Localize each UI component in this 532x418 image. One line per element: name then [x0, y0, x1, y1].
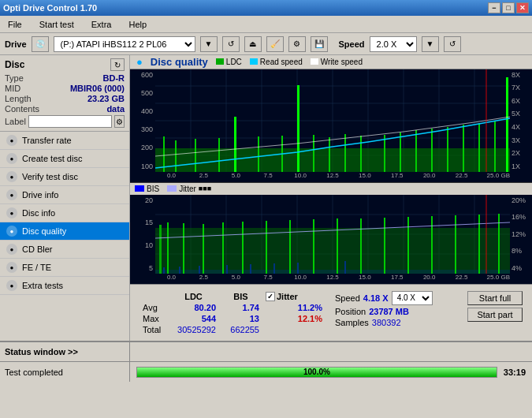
sidebar-item-label: Extra tests	[22, 281, 63, 290]
sidebar-item-verify-test-disc[interactable]: ● Verify test disc	[0, 168, 129, 186]
svg-rect-42	[506, 77, 508, 172]
avg-jitter: 11.2%	[262, 302, 326, 313]
total-jitter	[262, 324, 326, 335]
samples-value: 380392	[372, 318, 401, 327]
sidebar-item-label: Create test disc	[22, 154, 82, 163]
mid-label: MID	[5, 84, 20, 93]
write-speed-color	[311, 58, 318, 65]
bis-label: BIS	[147, 185, 159, 193]
drive-arrow-btn[interactable]: ▼	[200, 36, 218, 52]
svg-rect-24	[195, 139, 196, 172]
col-empty	[140, 291, 168, 302]
svg-rect-80	[407, 217, 409, 274]
sidebar-item-cd-bler[interactable]: ● CD Bler	[0, 241, 129, 259]
disc-refresh-btn[interactable]: ↻	[110, 58, 125, 71]
jitter-label: Jitter	[179, 185, 196, 193]
sidebar-item-create-test-disc[interactable]: ● Create test disc	[0, 150, 129, 168]
sidebar-item-label: Verify test disc	[22, 172, 78, 181]
test-completed-label: Test completed	[0, 362, 130, 382]
sidebar-item-transfer-rate[interactable]: ● Transfer rate	[0, 132, 129, 150]
type-label: Type	[5, 73, 24, 83]
sidebar-item-drive-info[interactable]: ● Drive info	[0, 186, 129, 204]
svg-rect-32	[344, 134, 346, 172]
svg-rect-76	[313, 219, 314, 274]
progress-bar: 100.0%	[136, 367, 497, 378]
sidebar-item-label: Disc info	[22, 208, 55, 218]
chart-header: ● Disc quality LDC Read speed Write spee…	[130, 55, 532, 69]
sidebar-item-label: Disc quality	[22, 226, 66, 236]
maximize-btn[interactable]: □	[502, 2, 515, 13]
speed-arrow-btn[interactable]: ▼	[422, 36, 439, 52]
write-speed-label: Write speed	[321, 58, 363, 66]
svg-rect-35	[400, 132, 401, 172]
status-window-btn[interactable]: Status window >>	[0, 342, 130, 361]
max-label: Max	[140, 313, 168, 324]
label-input[interactable]	[28, 115, 112, 128]
svg-rect-30	[313, 135, 314, 172]
start-part-btn[interactable]: Start part	[467, 308, 523, 322]
speed-select[interactable]: 2.0 X	[370, 36, 417, 52]
col-bis: BIS	[219, 291, 262, 302]
transfer-rate-icon: ●	[6, 135, 17, 146]
sidebar-item-fe-te[interactable]: ● FE / TE	[0, 259, 129, 277]
drive-settings-btn[interactable]: ⚙	[288, 36, 306, 52]
svg-rect-82	[455, 215, 456, 274]
top-y-axis: 600 500 400 300 200 100	[130, 69, 155, 172]
action-buttons: Start full Start part	[467, 291, 523, 322]
speed-dropdown[interactable]: 4.0 X	[392, 291, 433, 305]
label-settings-btn[interactable]: ⚙	[114, 115, 125, 128]
bis-color	[135, 185, 144, 192]
stats-row-max: Max 544 13 12.1%	[140, 313, 326, 324]
col-ldc: LDC	[168, 291, 219, 302]
ldc-label: LDC	[226, 58, 242, 66]
drive-clear-btn[interactable]: 🧹	[266, 36, 284, 52]
minimize-btn[interactable]: −	[488, 2, 500, 13]
max-bis: 13	[219, 313, 262, 324]
speed-avg-value: 4.18 X	[363, 293, 389, 303]
sidebar-item-extra-tests[interactable]: ● Extra tests	[0, 277, 129, 295]
drive-label: Drive	[5, 39, 27, 49]
read-speed-label: Read speed	[260, 58, 303, 66]
status-bar: Status window >>	[0, 341, 532, 361]
drive-select[interactable]: (P:) ATAPI iHBS112 2 PL06	[54, 36, 195, 52]
sidebar-item-disc-quality[interactable]: ● Disc quality	[0, 222, 129, 241]
chart-title: Disc quality	[151, 56, 208, 68]
menu-help[interactable]: Help	[124, 18, 151, 31]
ldc-color	[216, 58, 224, 65]
legend-bis: BIS	[135, 185, 159, 193]
svg-rect-68	[159, 225, 162, 274]
svg-rect-72	[222, 222, 224, 274]
svg-rect-67	[155, 228, 510, 274]
disc-info-icon: ●	[6, 207, 17, 218]
drive-refresh-btn[interactable]: ↺	[222, 36, 240, 52]
sidebar-item-disc-info[interactable]: ● Disc info	[0, 204, 129, 222]
progress-text: 100.0%	[137, 368, 497, 377]
jitter-checkbox[interactable]: ✓	[266, 292, 275, 301]
bottom-chart-section: BIS Jitter ■■■ 20 15 10 5	[130, 183, 532, 284]
title-text: Opti Drive Control 1.70	[3, 3, 97, 13]
drive-info-icon: ●	[6, 189, 17, 200]
disc-section: Disc ↻ Type BD-R MID MBIR06 (000) Length…	[0, 55, 129, 132]
svg-rect-31	[329, 137, 330, 172]
total-bis: 662255	[219, 324, 262, 335]
menu-extra[interactable]: Extra	[87, 18, 117, 31]
title-bar: Opti Drive Control 1.70 − □ ✕	[0, 0, 532, 16]
bottom-status: Test completed 100.0% 33:19	[0, 361, 532, 382]
max-jitter: 12.1%	[262, 313, 326, 324]
svg-rect-37	[431, 129, 433, 172]
top-chart-area	[155, 69, 510, 172]
drive-save-btn[interactable]: 💾	[311, 36, 328, 52]
total-label: Total	[140, 324, 168, 335]
menu-file[interactable]: File	[3, 18, 27, 31]
top-y-axis-right: 8X 7X 6X 5X 4X 3X 2X 1X	[510, 69, 532, 172]
menu-start-test[interactable]: Start test	[35, 18, 79, 31]
speed-refresh-btn[interactable]: ↺	[444, 36, 461, 52]
start-full-btn[interactable]: Start full	[467, 291, 523, 305]
extra-tests-icon: ●	[6, 280, 17, 291]
progress-section: 100.0% 33:19	[130, 367, 532, 378]
drive-eject-btn[interactable]: ⏏	[244, 36, 262, 52]
close-btn[interactable]: ✕	[516, 2, 529, 13]
svg-rect-73	[242, 222, 244, 274]
samples-label: Samples	[335, 318, 369, 327]
avg-label: Avg	[140, 302, 168, 313]
